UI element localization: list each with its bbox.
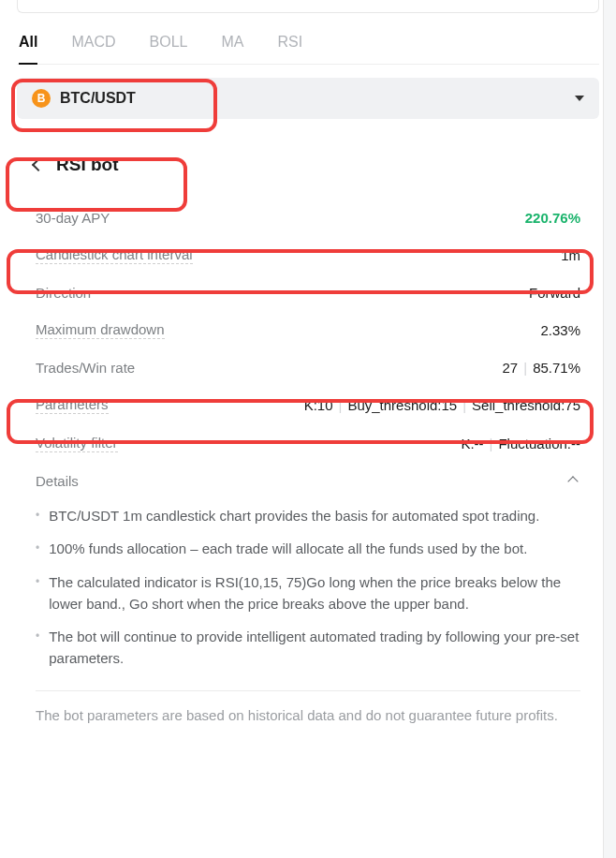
details-toggle[interactable]: Details xyxy=(36,463,580,499)
previous-card-bottom xyxy=(17,0,599,13)
trades-label: Trades/Win rate xyxy=(36,360,135,376)
pair-label: BTC/USDT xyxy=(60,90,136,107)
divider xyxy=(36,690,580,691)
apy-label: 30-day APY xyxy=(36,210,110,226)
parameters-value: K:10|Buy_threshold:15|Sell_threshold:75 xyxy=(304,397,580,413)
right-gutter xyxy=(603,0,616,858)
details-label: Details xyxy=(36,473,79,489)
row-trades: Trades/Win rate 27|85.71% xyxy=(36,349,580,386)
interval-value: 1m xyxy=(561,247,580,263)
row-apy: 30-day APY 220.76% xyxy=(36,200,580,236)
volatility-value: K:--|Fluctuation:-- xyxy=(461,436,580,451)
pair-dropdown[interactable]: B BTC/USDT xyxy=(17,78,599,119)
volatility-label[interactable]: Volatility filter xyxy=(36,435,118,452)
back-icon[interactable] xyxy=(32,158,45,171)
direction-label: Direction xyxy=(36,285,91,301)
tab-rsi[interactable]: RSI xyxy=(277,28,302,64)
details-list: BTC/USDT 1m candlestick chart provides t… xyxy=(36,499,580,675)
detail-item: The bot will continue to provide intelli… xyxy=(36,620,580,675)
tab-ma[interactable]: MA xyxy=(221,28,243,64)
detail-item: The calculated indicator is RSI(10,15, 7… xyxy=(36,566,580,621)
row-interval: Candlestick chart interval 1m xyxy=(36,236,580,274)
detail-item: 100% funds allocation – each trade will … xyxy=(36,532,580,565)
chevron-up-icon xyxy=(567,476,578,486)
section-title: RSI bot xyxy=(56,155,119,175)
disclaimer-text: The bot parameters are based on historic… xyxy=(36,704,580,754)
apy-value: 220.76% xyxy=(525,210,580,226)
trades-value: 27|85.71% xyxy=(503,360,580,376)
drawdown-value: 2.33% xyxy=(540,322,580,338)
tab-all[interactable]: All xyxy=(19,28,37,64)
drawdown-label[interactable]: Maximum drawdown xyxy=(36,321,165,339)
bitcoin-icon: B xyxy=(32,89,51,108)
caret-down-icon xyxy=(575,96,584,101)
direction-value: Forward xyxy=(529,285,580,301)
row-volatility: Volatility filter K:--|Fluctuation:-- xyxy=(36,424,580,463)
indicator-tabs: All MACD BOLL MA RSI xyxy=(17,24,599,65)
detail-item: BTC/USDT 1m candlestick chart provides t… xyxy=(36,499,580,532)
section-header: RSI bot xyxy=(26,153,599,190)
tab-macd[interactable]: MACD xyxy=(71,28,115,64)
tab-boll[interactable]: BOLL xyxy=(150,28,188,64)
row-parameters: Parameters K:10|Buy_threshold:15|Sell_th… xyxy=(36,386,580,424)
row-direction: Direction Forward xyxy=(36,274,580,311)
row-drawdown: Maximum drawdown 2.33% xyxy=(36,311,580,349)
parameters-label[interactable]: Parameters xyxy=(36,396,109,414)
interval-label[interactable]: Candlestick chart interval xyxy=(36,246,193,264)
